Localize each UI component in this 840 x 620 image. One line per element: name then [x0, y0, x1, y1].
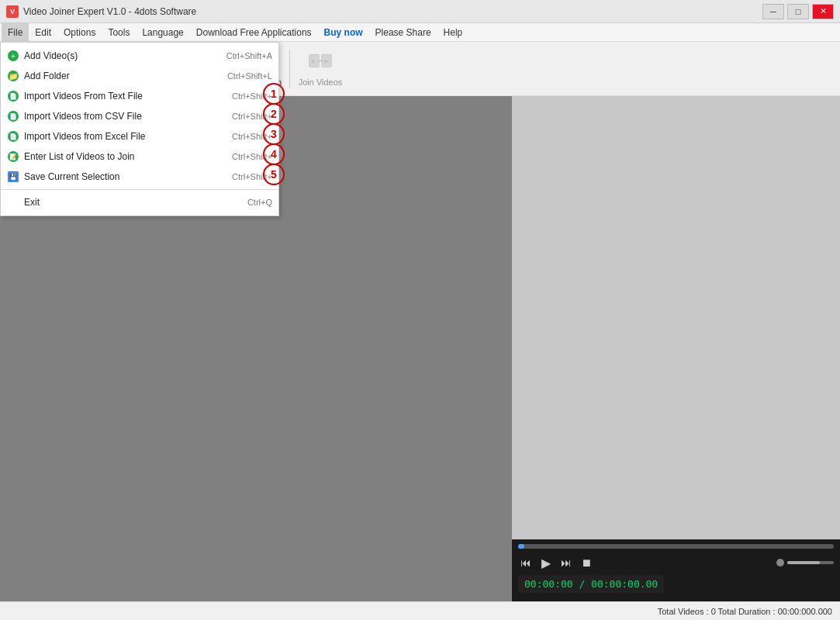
menu-item-enter-list[interactable]: 📝 Enter List of Videos to Join Ctrl+Shif… — [1, 146, 278, 167]
menu-tools[interactable]: Tools — [102, 23, 136, 41]
minimize-button[interactable]: ─ — [762, 4, 784, 19]
volume-bar[interactable] — [787, 561, 834, 564]
import-text-icon: 📄 — [7, 90, 19, 102]
exit-icon — [7, 196, 19, 208]
volume-area — [776, 559, 834, 567]
control-buttons-row: ⏮ ▶ ⏭ ⏹ — [518, 555, 834, 570]
status-bar: Total Videos : 0 Total Duration : 00:00:… — [0, 601, 840, 620]
title-bar: V Video Joiner Expert V1.0 - 4dots Softw… — [0, 0, 840, 23]
play-button[interactable]: ▶ — [538, 555, 554, 570]
menu-help[interactable]: Help — [437, 23, 469, 41]
progress-fill — [518, 544, 524, 549]
menu-file[interactable]: File — [2, 23, 29, 41]
menu-edit[interactable]: Edit — [29, 23, 57, 41]
volume-fill — [787, 561, 820, 564]
menu-item-exit[interactable]: Exit Ctrl+Q — [1, 192, 278, 212]
menu-download[interactable]: Download Free Applications — [190, 23, 318, 41]
volume-icon — [776, 559, 784, 567]
toolbar-join-videos[interactable]: ▶ ▶ Join Videos — [293, 45, 347, 93]
add-videos-label: Add Video(s) — [24, 50, 222, 61]
preview-panel: ⏮ ▶ ⏭ ⏹ 00:00:00 / 00:00:00.00 — [512, 96, 840, 601]
exit-label: Exit — [24, 197, 243, 208]
toolbar-separator-2 — [289, 50, 290, 88]
menu-item-add-videos[interactable]: + Add Video(s) Ctrl+Shift+A — [1, 46, 278, 66]
title-bar-controls: ─ □ ✕ — [762, 4, 834, 19]
close-button[interactable]: ✕ — [812, 4, 834, 19]
add-folder-icon: 📁 — [7, 70, 19, 82]
status-text: Total Videos : 0 Total Duration : 00:00:… — [658, 607, 832, 616]
import-csv-label: Import Videos from CSV File — [24, 111, 227, 122]
save-selection-shortcut: Ctrl+Shift+ — [232, 172, 272, 181]
enter-list-label: Enter List of Videos to Join — [24, 151, 227, 162]
enter-list-icon: 📝 — [7, 150, 19, 163]
skip-forward-button[interactable]: ⏭ — [558, 555, 574, 570]
title-bar-left: V Video Joiner Expert V1.0 - 4dots Softw… — [6, 5, 196, 18]
video-preview-area — [512, 96, 840, 539]
menu-bar: File Edit Options Tools Language Downloa… — [0, 23, 840, 42]
add-videos-icon: + — [7, 50, 19, 62]
add-folder-label: Add Folder — [24, 71, 223, 81]
maximize-button[interactable]: □ — [787, 4, 809, 19]
menu-item-import-text[interactable]: 📄 Import Videos From Text File Ctrl+Shif… — [1, 86, 278, 106]
save-selection-label: Save Current Selection — [24, 171, 227, 182]
import-excel-icon: 📄 — [7, 130, 19, 143]
import-text-label: Import Videos From Text File — [24, 91, 227, 102]
save-selection-icon: 💾 — [7, 170, 19, 183]
join-icon: ▶ ▶ — [308, 50, 333, 75]
window-title: Video Joiner Expert V1.0 - 4dots Softwar… — [23, 6, 196, 17]
menu-item-import-csv[interactable]: 📄 Import Videos from CSV File Ctrl+Shift… — [1, 106, 278, 126]
menu-separator — [1, 189, 278, 190]
progress-bar[interactable] — [518, 544, 834, 549]
add-videos-shortcut: Ctrl+Shift+A — [226, 51, 272, 60]
add-folder-shortcut: Ctrl+Shift+L — [227, 71, 272, 81]
import-excel-label: Import Videos from Excel File — [24, 131, 227, 142]
join-videos-label: Join Videos — [299, 78, 343, 87]
file-dropdown-menu: + Add Video(s) Ctrl+Shift+A 📁 Add Folder… — [0, 42, 279, 216]
menu-item-save-selection[interactable]: 💾 Save Current Selection Ctrl+Shift+ 5 — [1, 167, 278, 187]
exit-shortcut: Ctrl+Q — [247, 198, 272, 207]
app-icon: V — [6, 5, 19, 18]
time-display: 00:00:00 / 00:00:00.00 — [518, 575, 664, 593]
menu-pleaseshare[interactable]: Please Share — [369, 23, 437, 41]
import-text-shortcut: Ctrl+Shift+ — [232, 91, 272, 101]
import-csv-icon: 📄 — [7, 110, 19, 122]
menu-options[interactable]: Options — [57, 23, 102, 41]
menu-buynow[interactable]: Buy now — [318, 23, 369, 41]
import-excel-shortcut: Ctrl+Shift+ — [232, 132, 272, 141]
video-controls: ⏮ ▶ ⏭ ⏹ 00:00:00 / 00:00:00.00 — [512, 539, 840, 601]
menu-item-import-excel[interactable]: 📄 Import Videos from Excel File Ctrl+Shi… — [1, 126, 278, 146]
import-csv-shortcut: Ctrl+Shift+ — [232, 112, 272, 121]
stop-button[interactable]: ⏹ — [579, 555, 594, 570]
enter-list-shortcut: Ctrl+Shift+ — [232, 152, 272, 161]
skip-back-button[interactable]: ⏮ — [518, 555, 534, 570]
menu-item-add-folder[interactable]: 📁 Add Folder Ctrl+Shift+L — [1, 66, 278, 86]
menu-language[interactable]: Language — [136, 23, 189, 41]
